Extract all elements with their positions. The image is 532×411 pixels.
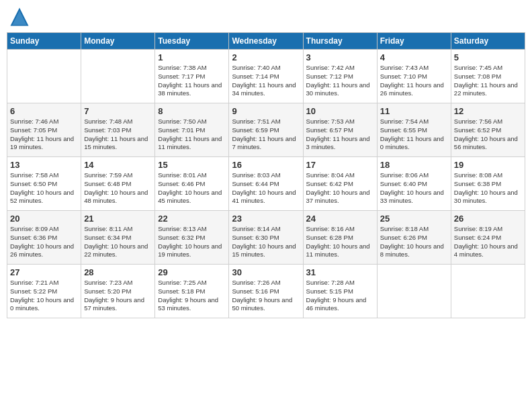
day-info: Sunrise: 8:13 AMSunset: 6:32 PMDaylight:… [158, 225, 226, 259]
day-number: 7 [84, 106, 152, 116]
day-number: 9 [232, 106, 300, 116]
day-number: 22 [158, 214, 226, 224]
calendar-cell: 6 Sunrise: 7:46 AMSunset: 7:05 PMDayligh… [7, 103, 81, 157]
day-info: Sunrise: 8:01 AMSunset: 6:46 PMDaylight:… [158, 171, 226, 205]
day-info: Sunrise: 7:23 AMSunset: 5:20 PMDaylight:… [84, 279, 152, 313]
day-info: Sunrise: 7:58 AMSunset: 6:50 PMDaylight:… [10, 171, 78, 205]
day-number: 24 [306, 214, 374, 224]
day-info: Sunrise: 8:06 AMSunset: 6:40 PMDaylight:… [380, 171, 448, 205]
day-info: Sunrise: 7:40 AMSunset: 7:14 PMDaylight:… [232, 64, 300, 98]
day-info: Sunrise: 7:42 AMSunset: 7:12 PMDaylight:… [306, 64, 374, 98]
day-info: Sunrise: 7:25 AMSunset: 5:18 PMDaylight:… [158, 279, 226, 313]
calendar-cell [451, 265, 525, 318]
weekday-header-row: SundayMondayTuesdayWednesdayThursdayFrid… [7, 33, 525, 50]
day-info: Sunrise: 7:50 AMSunset: 7:01 PMDaylight:… [158, 118, 226, 152]
calendar-cell: 27 Sunrise: 7:21 AMSunset: 5:22 PMDaylig… [7, 265, 81, 318]
day-info: Sunrise: 8:14 AMSunset: 6:30 PMDaylight:… [232, 225, 300, 259]
calendar-cell: 2 Sunrise: 7:40 AMSunset: 7:14 PMDayligh… [229, 50, 303, 103]
calendar-cell: 8 Sunrise: 7:50 AMSunset: 7:01 PMDayligh… [155, 103, 229, 157]
weekday-header: Sunday [7, 33, 81, 50]
calendar-cell: 7 Sunrise: 7:48 AMSunset: 7:03 PMDayligh… [81, 103, 155, 157]
calendar-cell: 22 Sunrise: 8:13 AMSunset: 6:32 PMDaylig… [155, 211, 229, 265]
calendar-cell: 23 Sunrise: 8:14 AMSunset: 6:30 PMDaylig… [229, 211, 303, 265]
calendar-cell: 10 Sunrise: 7:53 AMSunset: 6:57 PMDaylig… [303, 103, 377, 157]
day-info: Sunrise: 8:19 AMSunset: 6:24 PMDaylight:… [454, 225, 522, 259]
day-number: 29 [158, 267, 226, 277]
calendar-cell [377, 265, 451, 318]
calendar-cell: 31 Sunrise: 7:28 AMSunset: 5:15 PMDaylig… [303, 265, 377, 318]
calendar-cell: 15 Sunrise: 8:01 AMSunset: 6:46 PMDaylig… [155, 157, 229, 211]
weekday-header: Tuesday [155, 33, 229, 50]
calendar-cell: 4 Sunrise: 7:43 AMSunset: 7:10 PMDayligh… [377, 50, 451, 103]
calendar-week-row: 13 Sunrise: 7:58 AMSunset: 6:50 PMDaylig… [7, 157, 525, 211]
calendar-cell: 14 Sunrise: 7:59 AMSunset: 6:48 PMDaylig… [81, 157, 155, 211]
day-number: 20 [10, 214, 78, 224]
calendar-cell: 25 Sunrise: 8:18 AMSunset: 6:26 PMDaylig… [377, 211, 451, 265]
calendar-cell: 20 Sunrise: 8:09 AMSunset: 6:36 PMDaylig… [7, 211, 81, 265]
logo-icon [9, 7, 30, 27]
calendar-table: SundayMondayTuesdayWednesdayThursdayFrid… [7, 32, 525, 318]
calendar-cell: 21 Sunrise: 8:11 AMSunset: 6:34 PMDaylig… [81, 211, 155, 265]
day-number: 19 [454, 160, 522, 170]
calendar-week-row: 1 Sunrise: 7:38 AMSunset: 7:17 PMDayligh… [7, 50, 525, 103]
calendar-cell: 30 Sunrise: 7:26 AMSunset: 5:16 PMDaylig… [229, 265, 303, 318]
day-info: Sunrise: 7:43 AMSunset: 7:10 PMDaylight:… [380, 64, 448, 98]
page-header [7, 7, 525, 27]
calendar-week-row: 27 Sunrise: 7:21 AMSunset: 5:22 PMDaylig… [7, 265, 525, 318]
day-info: Sunrise: 8:09 AMSunset: 6:36 PMDaylight:… [10, 225, 78, 259]
day-number: 13 [10, 160, 78, 170]
calendar-cell: 16 Sunrise: 8:03 AMSunset: 6:44 PMDaylig… [229, 157, 303, 211]
day-number: 23 [232, 214, 300, 224]
day-info: Sunrise: 7:45 AMSunset: 7:08 PMDaylight:… [454, 64, 522, 98]
day-number: 17 [306, 160, 374, 170]
day-info: Sunrise: 7:46 AMSunset: 7:05 PMDaylight:… [10, 118, 78, 152]
calendar-cell: 17 Sunrise: 8:04 AMSunset: 6:42 PMDaylig… [303, 157, 377, 211]
calendar-cell: 26 Sunrise: 8:19 AMSunset: 6:24 PMDaylig… [451, 211, 525, 265]
day-number: 18 [380, 160, 448, 170]
day-number: 2 [232, 52, 300, 62]
day-info: Sunrise: 7:21 AMSunset: 5:22 PMDaylight:… [10, 279, 78, 313]
day-number: 14 [84, 160, 152, 170]
calendar-cell: 12 Sunrise: 7:56 AMSunset: 6:52 PMDaylig… [451, 103, 525, 157]
calendar-cell: 24 Sunrise: 8:16 AMSunset: 6:28 PMDaylig… [303, 211, 377, 265]
calendar-cell [81, 50, 155, 103]
day-number: 6 [10, 106, 78, 116]
day-info: Sunrise: 7:48 AMSunset: 7:03 PMDaylight:… [84, 118, 152, 152]
day-info: Sunrise: 7:28 AMSunset: 5:15 PMDaylight:… [306, 279, 374, 313]
day-number: 10 [306, 106, 374, 116]
weekday-header: Wednesday [229, 33, 303, 50]
day-number: 15 [158, 160, 226, 170]
day-number: 25 [380, 214, 448, 224]
calendar-cell: 9 Sunrise: 7:51 AMSunset: 6:59 PMDayligh… [229, 103, 303, 157]
calendar-cell: 28 Sunrise: 7:23 AMSunset: 5:20 PMDaylig… [81, 265, 155, 318]
day-info: Sunrise: 8:08 AMSunset: 6:38 PMDaylight:… [454, 171, 522, 205]
day-number: 31 [306, 267, 374, 277]
weekday-header: Friday [377, 33, 451, 50]
day-number: 28 [84, 267, 152, 277]
weekday-header: Thursday [303, 33, 377, 50]
weekday-header: Saturday [451, 33, 525, 50]
day-info: Sunrise: 7:26 AMSunset: 5:16 PMDaylight:… [232, 279, 300, 313]
calendar-cell: 19 Sunrise: 8:08 AMSunset: 6:38 PMDaylig… [451, 157, 525, 211]
calendar-week-row: 20 Sunrise: 8:09 AMSunset: 6:36 PMDaylig… [7, 211, 525, 265]
day-info: Sunrise: 8:11 AMSunset: 6:34 PMDaylight:… [84, 225, 152, 259]
day-number: 5 [454, 52, 522, 62]
calendar-cell [7, 50, 81, 103]
calendar-cell: 1 Sunrise: 7:38 AMSunset: 7:17 PMDayligh… [155, 50, 229, 103]
calendar-cell: 11 Sunrise: 7:54 AMSunset: 6:55 PMDaylig… [377, 103, 451, 157]
day-number: 21 [84, 214, 152, 224]
day-number: 8 [158, 106, 226, 116]
day-number: 1 [158, 52, 226, 62]
day-info: Sunrise: 8:03 AMSunset: 6:44 PMDaylight:… [232, 171, 300, 205]
day-number: 12 [454, 106, 522, 116]
day-info: Sunrise: 7:56 AMSunset: 6:52 PMDaylight:… [454, 118, 522, 152]
day-number: 27 [10, 267, 78, 277]
day-number: 30 [232, 267, 300, 277]
day-info: Sunrise: 7:38 AMSunset: 7:17 PMDaylight:… [158, 64, 226, 98]
day-info: Sunrise: 7:53 AMSunset: 6:57 PMDaylight:… [306, 118, 374, 152]
calendar-cell: 18 Sunrise: 8:06 AMSunset: 6:40 PMDaylig… [377, 157, 451, 211]
weekday-header: Monday [81, 33, 155, 50]
day-number: 11 [380, 106, 448, 116]
calendar-cell: 5 Sunrise: 7:45 AMSunset: 7:08 PMDayligh… [451, 50, 525, 103]
day-info: Sunrise: 7:59 AMSunset: 6:48 PMDaylight:… [84, 171, 152, 205]
